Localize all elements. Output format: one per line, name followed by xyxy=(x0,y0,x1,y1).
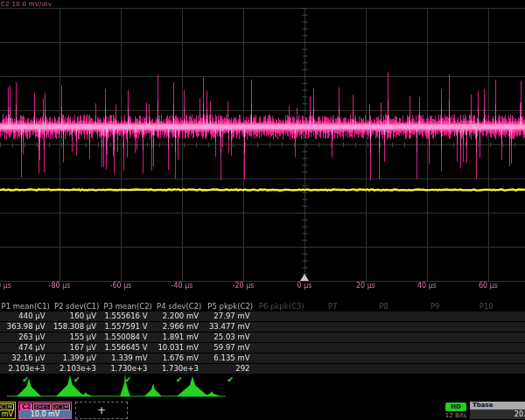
measurement-cell: 25.03 mV xyxy=(205,332,256,342)
measurement-cell: 10.031 mV xyxy=(154,343,206,353)
measurement-cell xyxy=(512,322,525,332)
measurement-cell xyxy=(461,322,513,332)
c1-descriptor-title: C1 DC1M xyxy=(0,402,15,410)
measurement-cell xyxy=(410,354,461,363)
measurement-cell xyxy=(359,332,410,342)
measurement-cell: 155 µV xyxy=(52,332,103,342)
measurement-cell xyxy=(307,364,359,374)
time-tick-label: -40 µs xyxy=(161,281,203,290)
measurement-cell: 2.966 mV xyxy=(154,322,206,332)
measurement-row-4: 474 µV167 µV1.556645 V10.031 mV59.97 mV xyxy=(0,343,525,353)
measurement-cell: 292 xyxy=(205,364,256,374)
channel-c2-descriptor[interactable]: C2 ERES DC1M 10.0 mV xyxy=(18,402,72,419)
param-header-p4[interactable]: P4 sdev(C2) xyxy=(154,301,206,312)
trace-annotation: C2 10.0 mV/div xyxy=(1,1,52,8)
status-check-icon: ✔ xyxy=(154,374,206,386)
measurement-cell xyxy=(410,364,461,374)
param-header-p3[interactable]: P3 mean(C2) xyxy=(102,301,154,312)
measurement-cell xyxy=(256,343,308,353)
measurement-cell: 167 µV xyxy=(52,343,103,353)
time-tick-label: -20 µs xyxy=(222,281,264,290)
trigger-position-marker[interactable] xyxy=(300,274,309,281)
measurement-cell: 1.676 mV xyxy=(154,354,206,363)
measurement-cell xyxy=(461,364,513,374)
measurement-cell: 1.555616 V xyxy=(102,312,154,321)
time-tick-label: -100 µs xyxy=(0,281,19,290)
measurement-cell: 1.550084 V xyxy=(102,332,154,342)
measurement-cell xyxy=(512,312,525,321)
measurement-cell xyxy=(461,343,513,353)
measurement-cell xyxy=(359,343,410,353)
measurement-cell xyxy=(359,312,410,321)
param-header-p2[interactable]: P2 sdev(C1) xyxy=(52,301,103,312)
measurement-cell xyxy=(256,354,308,363)
measurement-row-2: 363.98 µV158.308 µV1.557591 V2.966 mV33.… xyxy=(0,322,525,332)
status-check-icon: ✔ xyxy=(0,374,52,386)
measurement-cell xyxy=(307,332,359,342)
time-tick-label: 40 µs xyxy=(406,281,448,290)
time-axis: -100 µs-80 µs-60 µs-40 µs-20 µs0 µs20 µs… xyxy=(0,281,525,291)
measurement-cell xyxy=(256,312,308,321)
measurement-cell xyxy=(512,332,525,342)
measurement-cell xyxy=(461,332,513,342)
measurement-cell: 32.16 µV xyxy=(0,354,52,363)
add-trace-button[interactable]: + xyxy=(75,402,128,419)
measurement-cell: 1.730e+3 xyxy=(102,364,154,374)
measurement-cell: 1.556645 V xyxy=(102,343,154,353)
c2-channel-badge: C2 xyxy=(20,403,32,410)
status-check-icon: ✔ xyxy=(102,374,154,386)
measurement-row-1: 440 µV160 µV1.555616 V2.200 mV27.97 mV xyxy=(0,312,525,321)
measurement-cell: 158.308 µV xyxy=(52,322,103,332)
measurement-cell xyxy=(307,322,359,332)
param-header-p6[interactable]: P6 pkpk(C3) xyxy=(256,301,308,312)
time-tick-label: -80 µs xyxy=(38,281,80,290)
param-header-p9[interactable]: P9 xyxy=(410,301,461,312)
param-header-p1[interactable]: P1 mean(C1) xyxy=(0,301,52,312)
measurement-cell: 1.399 µV xyxy=(52,354,103,363)
measurement-cell xyxy=(461,354,513,363)
measurement-cell xyxy=(307,343,359,353)
measurement-cell: 1.339 mV xyxy=(102,354,154,363)
measurement-cell: 6.135 mV xyxy=(205,354,256,363)
status-check-icon: ✔ xyxy=(52,374,103,386)
param-header-p11[interactable]: P11 xyxy=(512,301,525,312)
timebase-value: 20.0 µs/div xyxy=(470,410,525,419)
measurement-cell: 2.103e+3 xyxy=(52,364,103,374)
hd-mode-badge[interactable]: HD xyxy=(445,402,466,411)
c2-descriptor-title: C2 ERES DC1M xyxy=(19,402,71,410)
measurement-cell xyxy=(359,322,410,332)
plus-icon: + xyxy=(97,404,106,416)
param-header-p8[interactable]: P8 xyxy=(359,301,410,312)
param-header-p10[interactable]: P10 xyxy=(461,301,513,312)
c2-eres-tag: ERES xyxy=(33,403,51,410)
measurement-cell xyxy=(359,364,410,374)
channel-c1-descriptor[interactable]: C1 DC1M 20.0 mV xyxy=(0,402,16,419)
status-check-icon: ✔ xyxy=(205,374,256,386)
measurement-cell xyxy=(307,354,359,363)
measurement-cell xyxy=(512,343,525,353)
measurement-cell xyxy=(256,332,308,342)
time-tick-label: 0 µs xyxy=(284,281,326,290)
measurement-cell: 33.477 mV xyxy=(205,322,256,332)
param-header-p5[interactable]: P5 pkpk(C2) xyxy=(205,301,256,312)
measurement-cell: 1.891 mV xyxy=(154,332,206,342)
timebase-label: Tbase xyxy=(470,402,525,410)
measurement-cell: 2.200 mV xyxy=(154,312,206,321)
measurement-cell xyxy=(307,312,359,321)
measurement-cell: 59.97 mV xyxy=(205,343,256,353)
measurement-cell xyxy=(410,332,461,342)
c1-scale-value: 20.0 mV xyxy=(0,410,15,418)
oscilloscope-screen: C2 10.0 mV/div -100 µs-80 µs-60 µs-40 µs… xyxy=(0,0,525,420)
measurement-cell: 1.557591 V xyxy=(102,322,154,332)
time-tick-label: 60 µs xyxy=(467,281,509,290)
measurement-cell: 440 µV xyxy=(0,312,52,321)
measurement-row-6: 2.103e+32.103e+31.730e+31.730e+3292 xyxy=(0,364,525,374)
c2-coupling-tag: DC1M xyxy=(52,403,71,410)
c1-coupling-tag: DC1M xyxy=(0,403,14,410)
c2-scale-value: 10.0 mV xyxy=(19,410,71,418)
measurement-status-row: ✔✔✔✔✔ xyxy=(0,374,525,386)
measurement-cell xyxy=(410,312,461,321)
timebase-descriptor[interactable]: Tbase 20.0 µs/div xyxy=(470,402,525,419)
measurement-table: P1 mean(C1)P2 sdev(C1)P3 mean(C2)P4 sdev… xyxy=(0,301,525,386)
param-header-p7[interactable]: P7 xyxy=(307,301,359,312)
